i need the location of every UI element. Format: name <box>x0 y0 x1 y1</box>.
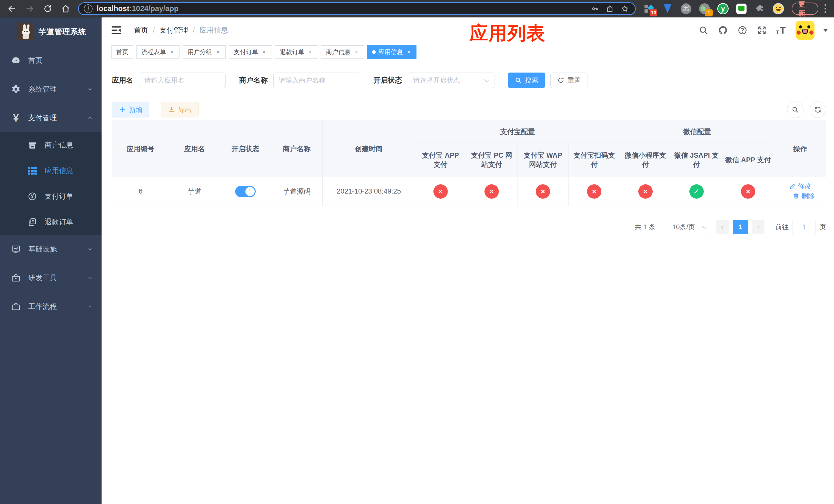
tab-close-icon[interactable] <box>406 49 412 55</box>
breadcrumb-home[interactable]: 首页 <box>134 25 148 35</box>
url-path: :1024/pay/app <box>129 4 178 13</box>
sidebar-item-refund-order[interactable]: 退款订单 <box>0 209 102 235</box>
forward-icon[interactable] <box>24 3 36 14</box>
sidebar-item-system[interactable]: 系统管理 <box>0 75 102 104</box>
status-label: 开启状态 <box>373 75 402 85</box>
breadcrumb-separator <box>148 26 159 35</box>
app-name-input[interactable] <box>139 72 226 88</box>
trash-icon <box>793 192 799 199</box>
breadcrumb-section[interactable]: 支付管理 <box>159 25 188 35</box>
ext-lens-icon[interactable]: 1 <box>699 3 710 14</box>
sidebar-item-label: 支付订单 <box>45 191 93 201</box>
home-icon[interactable] <box>60 3 71 14</box>
add-button[interactable]: 新增 <box>112 102 149 117</box>
logo-image <box>17 23 34 40</box>
refresh-table-button[interactable] <box>810 101 826 118</box>
search-icon[interactable] <box>698 25 709 36</box>
col-header-alipay-qr: 支付宝扫码支付 <box>569 143 620 177</box>
status-toggle[interactable] <box>235 186 256 197</box>
tab-close-icon[interactable] <box>354 49 359 55</box>
tab-home[interactable]: 首页 <box>111 45 133 59</box>
url-host: localhost <box>97 4 129 13</box>
tab-refund-order[interactable]: 退款订单 <box>275 45 318 59</box>
sidebar-item-home[interactable]: 首页 <box>0 46 102 75</box>
sync-icon <box>814 106 822 114</box>
sidebar-item-label: 首页 <box>28 55 93 65</box>
yen-circle-icon <box>27 191 38 202</box>
next-page-button[interactable] <box>752 220 765 234</box>
prev-page-button[interactable] <box>716 220 729 234</box>
app-name-label: 应用名 <box>112 75 133 85</box>
ext-chat-icon[interactable] <box>736 3 747 14</box>
tab-merchant-info[interactable]: 商户信息 <box>321 45 364 59</box>
tab-process-form[interactable]: 流程表单 <box>136 45 179 59</box>
sidebar-item-app-info[interactable]: 应用信息 <box>0 158 102 184</box>
edit-button[interactable]: 修改 <box>789 182 811 191</box>
sidebar-item-workflow[interactable]: 工作流程 <box>0 292 102 321</box>
help-icon[interactable] <box>737 25 748 36</box>
sidebar-item-dev-tools[interactable]: 研发工具 <box>0 264 102 292</box>
info-icon[interactable]: i <box>84 4 93 13</box>
sidebar-item-label: 商户信息 <box>45 140 93 150</box>
breadcrumb: 首页 支付管理 应用信息 <box>134 25 228 35</box>
ext-emoji-icon[interactable] <box>773 3 784 14</box>
avatar[interactable] <box>795 21 814 40</box>
status-wechat-app: × <box>741 184 755 199</box>
group-header-wechat: 微信配置 <box>620 121 774 143</box>
url-bar[interactable]: i localhost:1024/pay/app <box>78 2 636 15</box>
goto-page-input[interactable] <box>792 220 816 234</box>
ext-blocks-icon[interactable]: 10 <box>643 3 655 14</box>
tab-user-group[interactable]: 用户分组 <box>182 45 226 59</box>
main-content: 应用名 商户名称 开启状态 请选择开启状态 搜索 重置 新增 导出 <box>102 61 834 504</box>
tab-pay-order[interactable]: 支付订单 <box>229 45 272 59</box>
share-icon[interactable] <box>605 4 615 14</box>
browser-toolbar: i localhost:1024/pay/app 10 ⌘ 1 y 更新 <box>0 0 834 18</box>
status-select[interactable]: 请选择开启状态 <box>408 72 495 88</box>
tab-app-info[interactable]: 应用信息 <box>367 45 416 59</box>
sidebar-item-payment[interactable]: ¥ 支付管理 <box>0 104 102 132</box>
sidebar-item-pay-order[interactable]: 支付订单 <box>0 184 102 209</box>
breadcrumb-separator <box>188 26 199 35</box>
col-header-status: 开启状态 <box>220 121 271 177</box>
delete-button[interactable]: 删除 <box>793 191 815 201</box>
goto-label: 前往 <box>775 223 789 231</box>
collapse-sidebar-icon[interactable] <box>110 24 123 37</box>
reset-button[interactable]: 重置 <box>550 72 588 88</box>
tab-close-icon[interactable] <box>307 49 313 55</box>
merchant-name-input[interactable] <box>273 72 360 88</box>
caret-down-icon[interactable] <box>823 29 828 32</box>
search-button[interactable]: 搜索 <box>508 72 545 88</box>
dashboard-icon <box>10 55 22 66</box>
show-search-button[interactable] <box>787 101 804 118</box>
key-icon[interactable] <box>590 4 600 14</box>
ext-y-icon[interactable]: y <box>717 3 729 14</box>
status-alipay-wap: × <box>536 184 550 199</box>
status-alipay-app: × <box>433 184 448 199</box>
page-number-button[interactable]: 1 <box>733 220 748 234</box>
ext-command-icon[interactable]: ⌘ <box>680 3 692 14</box>
back-icon[interactable] <box>6 3 18 14</box>
browser-update-button[interactable]: 更新 <box>792 3 818 15</box>
yen-icon: ¥ <box>10 112 22 123</box>
font-size-icon[interactable]: TT <box>776 25 786 36</box>
github-icon[interactable] <box>717 25 729 36</box>
browser-menu-icon[interactable] <box>820 3 830 14</box>
sidebar-item-merchant-info[interactable]: 商户信息 <box>0 132 102 158</box>
page-size-select[interactable]: 10条/页 <box>662 220 712 234</box>
bookmark-star-icon[interactable] <box>620 4 630 14</box>
export-button[interactable]: 导出 <box>161 102 198 117</box>
tab-close-icon[interactable] <box>169 49 175 55</box>
app-logo[interactable]: 芋道管理系统 <box>0 18 102 46</box>
navbar-actions: TT <box>698 18 828 43</box>
fullscreen-icon[interactable] <box>756 25 768 36</box>
gear-icon <box>10 84 22 95</box>
chevron-down-icon <box>87 246 93 252</box>
reload-icon[interactable] <box>42 3 53 14</box>
sidebar-item-infrastructure[interactable]: 基础设施 <box>0 235 102 264</box>
tab-close-icon[interactable] <box>215 49 221 55</box>
cell-app-name: 芋道 <box>169 177 220 206</box>
extensions-puzzle-icon[interactable] <box>754 3 766 14</box>
cell-created: 2021-10-23 08:49:25 <box>323 177 415 206</box>
ext-gem-icon[interactable] <box>662 3 673 14</box>
tab-close-icon[interactable] <box>261 49 267 55</box>
